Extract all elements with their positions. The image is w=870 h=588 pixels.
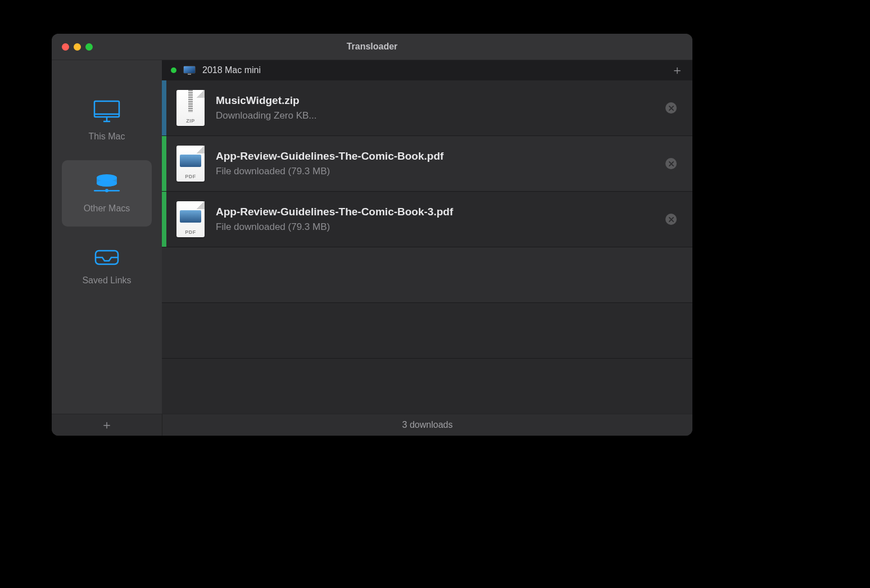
empty-row <box>162 247 692 303</box>
content-pane: 2018 Mac mini ＋ ZIP MusicWidget.zip <box>162 60 692 414</box>
file-status: Downloading Zero KB... <box>216 110 665 121</box>
device-name: 2018 Mac mini <box>202 65 664 75</box>
status-dot-icon <box>171 67 176 73</box>
file-name: App-Review-Guidelines-The-Comic-Book-3.p… <box>216 206 665 218</box>
file-status: File downloaded (79.3 MB) <box>216 221 665 233</box>
file-name: MusicWidget.zip <box>216 94 665 107</box>
device-header[interactable]: 2018 Mac mini ＋ <box>162 60 692 80</box>
file-type-icon: ZIP <box>176 90 205 126</box>
status-stripe-icon <box>162 80 166 135</box>
download-row[interactable]: PDF App-Review-Guidelines-The-Comic-Book… <box>162 136 692 192</box>
window-title: Transloader <box>52 42 692 52</box>
downloads-list: ZIP MusicWidget.zip Downloading Zero KB.… <box>162 80 692 414</box>
app-window: Transloader This Mac <box>52 34 692 436</box>
file-type-icon: PDF <box>176 146 205 182</box>
footer-status: 3 downloads <box>162 420 692 430</box>
download-row[interactable]: ZIP MusicWidget.zip Downloading Zero KB.… <box>162 80 692 136</box>
remove-download-button[interactable] <box>665 102 677 114</box>
svg-rect-10 <box>184 66 195 73</box>
footer: ＋ 3 downloads <box>52 414 692 436</box>
close-window-button[interactable] <box>62 43 69 51</box>
file-name: App-Review-Guidelines-The-Comic-Book.pdf <box>216 150 665 162</box>
sidebar-item-label: Other Macs <box>84 203 130 214</box>
titlebar: Transloader <box>52 34 692 60</box>
display-icon <box>183 66 196 75</box>
add-download-button[interactable]: ＋ <box>671 64 683 76</box>
sidebar-item-this-mac[interactable]: This Mac <box>62 87 152 153</box>
sidebar: This Mac Other Macs <box>52 60 162 414</box>
svg-point-5 <box>97 180 117 187</box>
svg-rect-11 <box>188 74 191 75</box>
traffic-lights <box>52 43 93 51</box>
inbox-icon <box>93 247 120 270</box>
sidebar-item-saved-links[interactable]: Saved Links <box>62 233 152 300</box>
svg-point-7 <box>105 189 108 192</box>
status-stripe-icon <box>162 192 166 247</box>
minimize-window-button[interactable] <box>74 43 81 51</box>
download-row[interactable]: PDF App-Review-Guidelines-The-Comic-Book… <box>162 192 692 247</box>
remove-download-button[interactable] <box>665 158 677 169</box>
imac-icon <box>91 99 123 126</box>
file-type-icon: PDF <box>176 201 205 237</box>
empty-row <box>162 303 692 359</box>
drive-stack-icon <box>93 173 121 198</box>
sidebar-item-label: Saved Links <box>82 275 131 286</box>
status-stripe-icon <box>162 136 166 191</box>
remove-download-button[interactable] <box>665 214 677 225</box>
sidebar-add-button[interactable]: ＋ <box>101 419 113 431</box>
sidebar-item-label: This Mac <box>89 132 125 142</box>
sidebar-item-other-macs[interactable]: Other Macs <box>62 160 152 227</box>
file-status: File downloaded (79.3 MB) <box>216 166 665 177</box>
zoom-window-button[interactable] <box>85 43 93 51</box>
